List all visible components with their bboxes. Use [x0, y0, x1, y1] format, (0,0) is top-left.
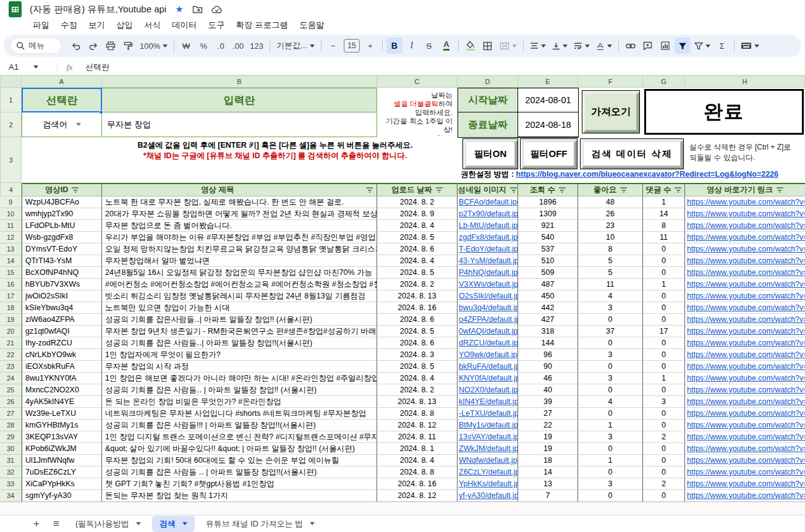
menu-tools[interactable]: 도구	[204, 19, 229, 32]
cell-a2-select-value[interactable]: 검색어	[22, 112, 102, 137]
menu-edit[interactable]: 수정	[56, 19, 82, 32]
menu-file[interactable]: 파일	[28, 19, 54, 32]
comments-cell[interactable]: 0	[643, 314, 685, 326]
video-title-cell[interactable]: 24년8월5일 16시 오일정제 닭강정 창업문의 무자본창업 샵인샵 마진70…	[102, 267, 377, 279]
upload-date-cell[interactable]: 2024. 8. 4	[377, 373, 458, 384]
video-link[interactable]: https://www.youtube.com/watch?v=	[685, 208, 805, 220]
video-id-cell[interactable]: Wsb-gzgdFx8	[22, 232, 102, 243]
comments-cell[interactable]: 8	[643, 220, 685, 232]
likes-cell[interactable]: 0	[578, 384, 643, 396]
currency-format-button[interactable]: ₩	[178, 38, 194, 54]
video-link[interactable]: https://www.youtube.com/watch?v=	[685, 302, 805, 314]
font-size-increase-button[interactable]: +	[362, 38, 378, 54]
video-link[interactable]: https://www.youtube.com/watch?v=	[685, 408, 805, 420]
column-header-g[interactable]: G	[643, 75, 685, 88]
comments-cell[interactable]: 0	[643, 349, 685, 361]
video-title-cell[interactable]: 1인 창업은 해보면 좋겠다가 아니라 해야만 하는 시대! #온라인창업 #주…	[102, 373, 377, 384]
undo-button[interactable]	[68, 38, 84, 54]
header-thumbnail[interactable]: 섬네일 이미지	[458, 184, 518, 196]
video-id-cell[interactable]: XiCaPYpHkKs	[22, 478, 102, 490]
video-title-cell[interactable]: 무자본 창업 9년차 생존일기 - RM한국은퇴연구소 편#생존#창업#성공하기…	[102, 326, 377, 337]
video-link[interactable]: https://www.youtube.com/watch?v=	[685, 384, 805, 396]
row-number[interactable]: 32	[0, 467, 22, 478]
comments-cell[interactable]: 0	[643, 267, 685, 279]
likes-cell[interactable]: 3	[578, 478, 643, 490]
header-video-id[interactable]: 영상ID	[22, 184, 102, 196]
row-number[interactable]: 19	[0, 314, 22, 326]
upload-date-cell[interactable]: 2024. 8. 4	[377, 220, 458, 232]
upload-date-cell[interactable]: 2024. 8. 2	[377, 384, 458, 396]
likes-cell[interactable]: 8	[578, 243, 643, 255]
thumbnail-link[interactable]: kIN4YE/default.jpg	[458, 396, 518, 408]
thumbnail-link[interactable]: NO2X0/default.jpg	[458, 384, 518, 396]
start-date-cell[interactable]: 2024-08-01	[518, 88, 579, 112]
column-header-b[interactable]: B	[102, 75, 377, 88]
video-title-cell[interactable]: 돈 되는 온라인 창업 비밀은 무엇인가? #온라인창업	[102, 396, 377, 408]
row-header-1[interactable]: 1	[0, 88, 22, 112]
likes-cell[interactable]: 3	[578, 349, 643, 361]
column-header-e[interactable]: E	[518, 75, 578, 88]
video-id-cell[interactable]: Wz39e-LeTXU	[22, 408, 102, 420]
row-header-4[interactable]: 4	[0, 183, 22, 196]
views-cell[interactable]: 19	[518, 443, 578, 455]
video-link[interactable]: https://www.youtube.com/watch?v=	[685, 467, 805, 478]
views-cell[interactable]: 318	[518, 326, 578, 337]
fill-color-button[interactable]	[462, 38, 479, 54]
thumbnail-link[interactable]: o4ZFPA/default.jpg	[458, 314, 518, 326]
row-number[interactable]: 21	[0, 337, 22, 349]
comments-cell[interactable]: 11	[643, 232, 685, 243]
delete-data-button[interactable]: 검색 데이터 삭제	[580, 138, 684, 169]
video-title-cell[interactable]: 무자본 창업의 시작 과정	[102, 361, 377, 373]
upload-date-cell[interactable]: 2024. 8. 3	[377, 349, 458, 361]
filter-off-button[interactable]: 필터OFF	[520, 138, 577, 169]
likes-cell[interactable]: 3	[578, 431, 643, 443]
comments-cell[interactable]: 14	[643, 208, 685, 220]
views-cell[interactable]: 487	[518, 279, 578, 290]
video-title-cell[interactable]: 성공의 기회를 잡은 사람들‥| 아파트 알뜰장 창업!!(서울시편)	[102, 337, 377, 349]
thumbnail-link[interactable]: BtMy1s/default.jpg	[458, 420, 518, 431]
video-link[interactable]: https://www.youtube.com/watch?v=	[685, 279, 805, 290]
menu-help[interactable]: 도움말	[295, 19, 329, 32]
header-views[interactable]: 조회 수	[518, 184, 578, 196]
column-header-h[interactable]: H	[685, 75, 805, 88]
thumbnail-link[interactable]: O2sSIkI/default.jpg	[458, 290, 518, 302]
upload-date-cell[interactable]: 2024. 8. 5	[377, 326, 458, 337]
header-upload-date[interactable]: 업로드 날짜	[377, 184, 458, 196]
comments-cell[interactable]: 0	[643, 443, 685, 455]
thumbnail-link[interactable]: YO9wk/default.jpg	[458, 349, 518, 361]
upload-date-cell[interactable]: 2024. 8. 6	[377, 314, 458, 326]
video-id-cell[interactable]: ziW6ao4ZFPA	[22, 314, 102, 326]
upload-date-cell[interactable]: 2024. 8. 8	[377, 467, 458, 478]
thumbnail-link[interactable]: YpHkKs/default.jpg	[458, 478, 518, 490]
upload-date-cell[interactable]: 2024. 8. 13	[377, 396, 458, 408]
comments-cell[interactable]: 0	[643, 455, 685, 467]
row-number[interactable]: 28	[0, 420, 22, 431]
fetch-button[interactable]: 가져오기	[582, 90, 640, 133]
upload-date-cell[interactable]: 2024. 8. 16	[377, 478, 458, 490]
column-header-c[interactable]: C	[377, 75, 458, 88]
views-cell[interactable]: 442	[518, 302, 578, 314]
end-date-cell[interactable]: 2024-08-18	[518, 112, 579, 138]
comments-cell[interactable]: 2	[643, 431, 685, 443]
likes-cell[interactable]: 4	[578, 396, 643, 408]
video-title-cell[interactable]: 돈되는 무자본 창업 찾는 원칙 1가지	[102, 490, 377, 502]
upload-date-cell[interactable]: 2024. 8. 6	[377, 337, 458, 349]
upload-date-cell[interactable]: 2024. 8. 8	[377, 408, 458, 420]
video-link[interactable]: https://www.youtube.com/watch?v=	[685, 396, 805, 408]
video-id-cell[interactable]: Ihy-zodRZCU	[22, 337, 102, 349]
comments-cell[interactable]: 3	[643, 396, 685, 408]
video-link[interactable]: https://www.youtube.com/watch?v=	[685, 196, 805, 208]
upload-date-cell[interactable]: 2024. 8. 4	[377, 455, 458, 467]
video-title-cell[interactable]: 챗 GPT 기회? 놓친 기회? #챗gpt사용법 #1인창업	[102, 478, 377, 490]
video-title-cell[interactable]: 무자본창업해서 얼마 벌었냐면	[102, 255, 377, 267]
column-header-f[interactable]: F	[578, 75, 643, 88]
video-id-cell[interactable]: 3KEQP13sVAY	[22, 431, 102, 443]
video-link[interactable]: https://www.youtube.com/watch?v=	[685, 220, 805, 232]
video-link[interactable]: https://www.youtube.com/watch?v=	[685, 478, 805, 490]
upload-date-cell[interactable]: 2024. 8. 12	[377, 490, 458, 502]
comments-cell[interactable]: 1	[643, 196, 685, 208]
video-title-cell[interactable]: 노트북 한 대로 무자본 창업, 실제로 해봤습니다. 한 번도 안 해본 걸로…	[102, 196, 377, 208]
video-id-cell[interactable]: cNrLKbYO9wk	[22, 349, 102, 361]
views-cell[interactable]: 39	[518, 396, 578, 408]
filter-views-button[interactable]	[692, 38, 713, 54]
